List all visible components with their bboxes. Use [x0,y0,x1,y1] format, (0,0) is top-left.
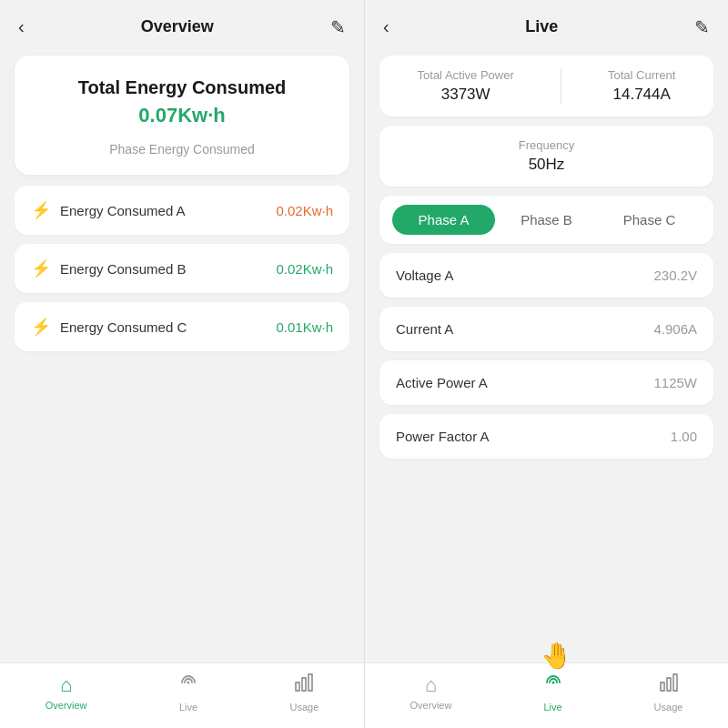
nav-label-usage: Usage [654,702,683,713]
total-energy-value: 0.07Kw·h [33,104,331,127]
energy-label-b: Energy Consumed B [60,261,186,277]
tab-phase-b[interactable]: Phase B [495,205,598,235]
total-current-value: 14.744A [608,86,675,104]
energy-value-a: 0.02Kw·h [276,203,333,218]
frequency-card: Frequency 50Hz [379,126,713,187]
total-energy-card: Total Energy Consumed 0.07Kw·h Phase Ene… [15,56,349,175]
right-header: ‹ Live ✎ [365,0,728,48]
energy-value-c: 0.01Kw·h [276,319,333,335]
frequency-center: Frequency 50Hz [396,138,697,174]
total-active-power-label: Total Active Power [418,68,514,82]
svg-rect-2 [302,678,306,691]
usage-icon [293,672,315,699]
svg-rect-7 [673,674,677,691]
power-current-card: Total Active Power 3373W Total Current 1… [379,56,713,116]
right-edit-button[interactable]: ✎ [694,18,710,36]
live-icon [177,672,199,699]
total-active-power-value: 3373W [418,86,514,104]
frequency-value: 50Hz [396,156,697,174]
left-nav-usage[interactable]: Usage [275,666,333,718]
svg-point-4 [551,682,554,684]
energy-list: ⚡ Energy Consumed A 0.02Kw·h ⚡ Energy Co… [0,186,364,351]
lightning-icon: ⚡ [31,317,51,337]
svg-rect-1 [296,682,299,691]
nav-label-usage: Usage [289,702,318,713]
svg-rect-5 [661,682,664,691]
total-energy-title: Total Energy Consumed [33,77,331,98]
total-current-label: Total Current [608,68,675,82]
current-a-value: 4.906A [653,321,697,337]
energy-value-b: 0.02Kw·h [276,261,333,277]
lightning-icon: ⚡ [31,200,51,220]
phase-tabs: Phase A Phase B Phase C [379,196,713,244]
nav-label-overview: Overview [410,700,452,711]
list-item[interactable]: Power Factor A 1.00 [379,414,713,459]
energy-label-a: Energy Consumed A [60,203,186,218]
right-page-title: Live [525,17,558,36]
current-a-label: Current A [396,321,453,337]
phase-energy-label: Phase Energy Consumed [33,142,331,157]
nav-label-live: Live [179,702,197,713]
tab-phase-c[interactable]: Phase C [598,205,701,235]
voltage-a-value: 230.2V [653,268,697,283]
left-panel: ‹ Overview ✎ Total Energy Consumed 0.07K… [0,0,364,728]
power-factor-a-label: Power Factor A [396,429,490,444]
home-icon: ⌂ [425,673,437,697]
live-icon [542,672,564,699]
right-panel: ‹ Live ✎ Total Active Power 3373W Total … [364,0,728,728]
card-divider [561,68,561,104]
nav-label-live: Live [543,702,561,713]
right-nav-overview[interactable]: ⌂ Overview [396,668,467,716]
lightning-icon: ⚡ [31,258,51,278]
list-item[interactable]: Active Power A 1125W [379,360,713,405]
right-back-button[interactable]: ‹ [383,16,389,37]
home-icon: ⌂ [60,673,72,697]
right-nav-live[interactable]: Live 🤚 [528,666,579,718]
total-active-power-col: Total Active Power 3373W [418,68,514,104]
svg-rect-3 [308,674,312,691]
left-nav-overview[interactable]: ⌂ Overview [31,668,102,716]
left-edit-button[interactable]: ✎ [330,18,346,36]
nav-label-overview: Overview [46,700,87,711]
list-item[interactable]: Voltage A 230.2V [379,253,713,298]
list-item[interactable]: ⚡ Energy Consumed A 0.02Kw·h [15,186,349,235]
frequency-label: Frequency [396,138,697,152]
usage-icon [658,672,680,699]
svg-point-0 [187,682,190,684]
left-header: ‹ Overview ✎ [0,0,364,48]
right-bottom-nav: ⌂ Overview Live 🤚 [365,662,728,728]
left-page-title: Overview [141,17,214,36]
total-current-col: Total Current 14.744A [608,68,675,104]
right-nav-usage[interactable]: Usage [640,666,698,718]
voltage-a-label: Voltage A [396,268,453,283]
power-current-row: Total Active Power 3373W Total Current 1… [396,68,697,104]
left-back-button[interactable]: ‹ [18,16,25,37]
list-item[interactable]: Current A 4.906A [379,307,713,351]
left-nav-live[interactable]: Live [163,666,214,718]
power-factor-a-value: 1.00 [671,429,697,444]
left-bottom-nav: ⌂ Overview Live Usage [0,662,364,728]
svg-rect-6 [667,678,671,691]
tab-phase-a[interactable]: Phase A [392,205,495,235]
active-power-a-value: 1125W [653,375,697,390]
metric-list: Voltage A 230.2V Current A 4.906A Active… [365,253,728,459]
live-cards: Total Active Power 3373W Total Current 1… [365,48,728,187]
energy-label-c: Energy Consumed C [60,319,187,335]
list-item[interactable]: ⚡ Energy Consumed B 0.02Kw·h [15,244,349,293]
list-item[interactable]: ⚡ Energy Consumed C 0.01Kw·h [15,302,349,351]
hand-cursor-icon: 🤚 [541,641,572,671]
active-power-a-label: Active Power A [396,375,488,390]
